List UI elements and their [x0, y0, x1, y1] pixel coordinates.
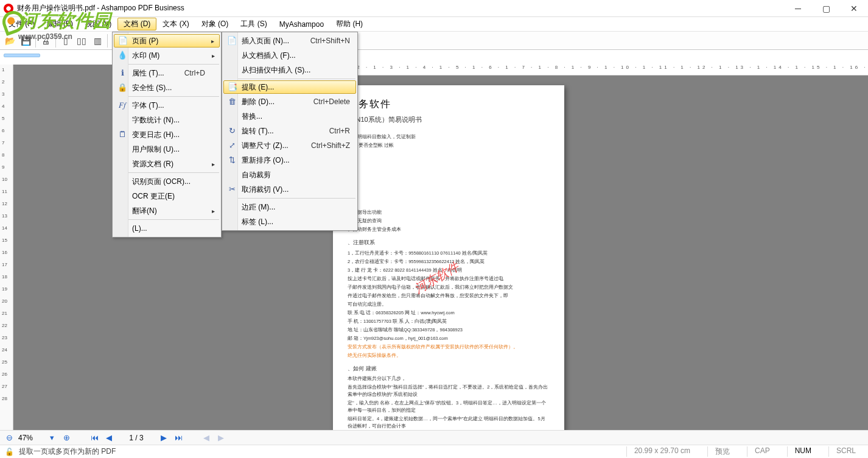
- zoom-in-button[interactable]: ⊕: [61, 432, 72, 443]
- titlebar: 财务用户操作说明书.pdf - Ashampoo PDF Business ─ …: [0, 0, 868, 17]
- menu-myashampoo[interactable]: MyAshampoo: [273, 19, 330, 30]
- doc-menu-icon-9: [117, 144, 127, 154]
- page-menu-item-9[interactable]: ⇅重新排序 (O)...: [223, 153, 356, 167]
- page-menu-item-11[interactable]: ✂取消裁切 (V)...: [223, 182, 356, 197]
- history-back-button[interactable]: ◀: [201, 432, 212, 443]
- menu-help[interactable]: 帮助 (H): [330, 18, 369, 30]
- menubar: 文件 (F) 编辑 (E) 视图 (V) 文档 (D) 文本 (X) 对象 (O…: [0, 17, 868, 32]
- page-menu-item-1[interactable]: 从文档插入 (F)...: [223, 48, 356, 63]
- page-menu-icon-8: ⤢: [227, 141, 237, 150]
- page-menu-item-8[interactable]: ⤢调整尺寸 (Z)...Ctrl+Shift+Z: [223, 138, 356, 153]
- doc-menu-icon-16: [117, 224, 127, 233]
- doc-menu-label-10: 资源文档 (R): [132, 159, 173, 169]
- app-icon: [4, 4, 13, 13]
- page-menu-icon-7: ↻: [227, 126, 237, 136]
- page-menu-item-10[interactable]: 自动裁剪: [223, 167, 356, 182]
- page-menu-label-5: 删除 (D)...: [242, 97, 275, 107]
- page-menu-item-0[interactable]: 📄插入页面 (N)...Ctrl+Shift+N: [223, 33, 356, 48]
- page-menu-item-2[interactable]: 从扫描仪中插入 (S)...: [223, 63, 356, 77]
- doc-menu-icon-6: 𝐹𝑓: [117, 100, 127, 110]
- doc-menu-label-9: 用户限制 (U)...: [132, 144, 180, 155]
- print-button[interactable]: 🖨: [38, 33, 53, 48]
- menu-object[interactable]: 对象 (O): [195, 18, 235, 30]
- menu-file[interactable]: 文件 (F): [2, 18, 41, 30]
- preview-label: 预览: [707, 446, 737, 457]
- menu-document[interactable]: 文档 (D): [117, 18, 156, 30]
- page-button[interactable]: ▯: [58, 33, 73, 48]
- doc-menu-item-13[interactable]: OCR 更正(E): [114, 189, 220, 203]
- doc-menu-icon-1: 💧: [117, 51, 127, 60]
- page-indicator[interactable]: 1 / 3: [118, 434, 155, 442]
- panels-button[interactable]: ▥: [90, 33, 105, 48]
- submenu-arrow-icon: ▸: [212, 208, 215, 214]
- doc-menu-item-0[interactable]: 📄页面 (P)▸: [114, 34, 220, 48]
- doc-menu-label-0: 页面 (P): [132, 36, 158, 46]
- doc-menu-label-16: (L)...: [132, 224, 147, 233]
- doc-menu-item-14[interactable]: 翻译(N)▸: [114, 203, 220, 218]
- menu-text[interactable]: 文本 (X): [156, 18, 195, 30]
- submenu-arrow-icon: ▸: [212, 52, 215, 59]
- howto-heading: 、如何 建账: [348, 364, 550, 373]
- page-menu-item-5[interactable]: 🗑删除 (D)...Ctrl+Delete: [223, 94, 356, 109]
- num-indicator: NUM: [787, 446, 819, 457]
- status-hint: 提取一页或多页作为新的 PDF: [19, 446, 116, 457]
- pdf-page[interactable]: 财务软件 WIN10系统）简易说明书 加，明细科目数输入，凭证制新 有了 要否全…: [333, 85, 564, 430]
- page-menu-item-14[interactable]: 标签 (L)...: [223, 214, 356, 229]
- doc-menu-label-12: 识别页面 (OCR)...: [132, 177, 191, 187]
- prev-page-button[interactable]: ◀: [103, 432, 114, 443]
- doc-menu-icon-12: [117, 177, 127, 186]
- minimize-button[interactable]: ─: [784, 0, 812, 17]
- doc-menu-item-12[interactable]: 识别页面 (OCR)...: [114, 174, 220, 189]
- doc-menu-icon-13: [117, 191, 127, 201]
- next-page-button[interactable]: ▶: [158, 432, 169, 443]
- first-page-button[interactable]: ⏮: [89, 432, 100, 443]
- page-menu-label-9: 重新排序 (O)...: [242, 155, 290, 166]
- page-menu-item-6[interactable]: 替换...: [223, 109, 356, 124]
- doc-menu-label-14: 翻译(N): [132, 206, 157, 216]
- page-menu-icon-1: [227, 51, 237, 60]
- close-button[interactable]: ✕: [840, 0, 868, 17]
- doc-menu-item-10[interactable]: 资源文档 (R)▸: [114, 157, 220, 171]
- menu-view[interactable]: 视图 (V): [79, 18, 117, 30]
- open-button[interactable]: 📂: [2, 33, 17, 48]
- save-button[interactable]: 💾: [18, 33, 33, 48]
- doc-menu-item-9[interactable]: 用户限制 (U)...: [114, 142, 220, 157]
- doc-menu-item-7[interactable]: 字数统计 (N)...: [114, 113, 220, 127]
- doc-menu-item-3[interactable]: ℹ属性 (T)...Ctrl+D: [114, 66, 220, 80]
- two-page-button[interactable]: ▯▯: [74, 33, 89, 48]
- doc-menu-item-4[interactable]: 🔒安全性 (S)...: [114, 80, 220, 95]
- statusbar: 🔓 提取一页或多页作为新的 PDF 20.99 x 29.70 cm 预览 CA…: [0, 445, 868, 458]
- highlight-tool[interactable]: [4, 54, 40, 57]
- doc-menu-label-1: 水印 (M): [132, 51, 159, 61]
- zoom-value[interactable]: 47%: [18, 434, 43, 442]
- doc-menu-item-1[interactable]: 💧水印 (M)▸: [114, 48, 220, 63]
- page-menu-label-0: 插入页面 (N)...: [242, 36, 289, 46]
- page-menu-icon-13: [227, 202, 237, 212]
- doc-title: 财务软件: [348, 96, 550, 112]
- last-page-button[interactable]: ⏭: [173, 432, 184, 443]
- page-menu-icon-11: ✂: [227, 185, 237, 194]
- submenu-arrow-icon: ▸: [212, 161, 215, 167]
- doc-menu-item-6[interactable]: 𝐹𝑓字体 (T)...: [114, 98, 220, 113]
- zoom-out-button[interactable]: ⊖: [4, 432, 15, 443]
- doc-menu-label-3: 属性 (T)...: [132, 68, 164, 79]
- doc-menu-label-13: OCR 更正(E): [132, 191, 175, 202]
- history-fwd-button[interactable]: ▶: [215, 432, 226, 443]
- doc-menu-item-8[interactable]: 🗒变更日志 (H)...: [114, 127, 220, 142]
- page-menu-icon-2: [227, 65, 237, 75]
- doc-menu-icon-3: ℹ: [117, 68, 127, 78]
- zoom-dropdown[interactable]: ▾: [46, 432, 57, 443]
- page-menu-item-13[interactable]: 边距 (M)...: [223, 200, 356, 214]
- doc-menu-item-16[interactable]: (L)...: [114, 221, 220, 236]
- doc-subtitle: WIN10系统）简易说明书: [348, 114, 550, 125]
- page-menu-icon-4: 📑: [228, 82, 237, 92]
- menu-tools[interactable]: 工具 (S): [234, 18, 273, 30]
- page-menu-item-7[interactable]: ↻旋转 (T)...Ctrl+R: [223, 124, 356, 138]
- doc-menu-label-6: 字体 (T)...: [132, 100, 164, 111]
- page-menu-item-4[interactable]: 📑提取 (E)...: [223, 80, 356, 94]
- menu-edit[interactable]: 编辑 (E): [41, 18, 79, 30]
- scrl-indicator: SCRL: [828, 446, 863, 457]
- page-menu-label-11: 取消裁切 (V)...: [242, 185, 289, 195]
- maximize-button[interactable]: ▢: [812, 0, 840, 17]
- page-menu-icon-0: 📄: [227, 36, 237, 46]
